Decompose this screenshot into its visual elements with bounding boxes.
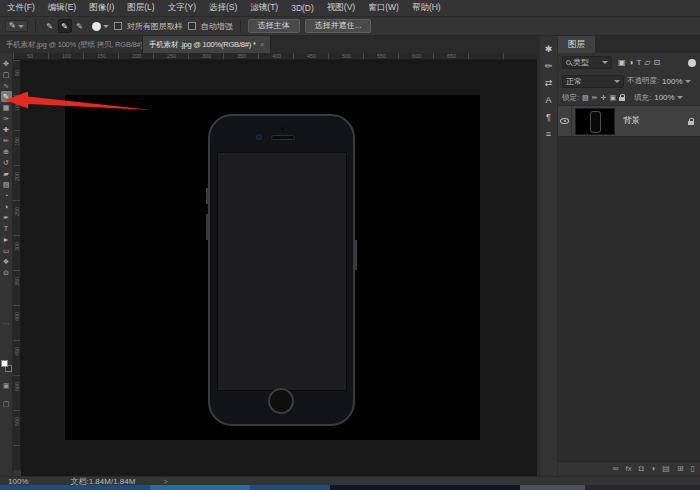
eye-icon [560,118,569,124]
menu-item[interactable]: 窗口(W) [368,2,399,14]
close-icon[interactable]: × [260,40,264,49]
quick-mask-icon[interactable]: ▣ [3,382,10,390]
ruler-label: 200 [14,172,20,181]
history-brush-tool[interactable]: ↺ [1,157,12,168]
panel-tab-bar: 图层 [558,36,700,53]
move-tool[interactable]: ✥ [1,58,12,69]
ruler-label: 250 [167,53,176,59]
subtract-from-selection-mode[interactable]: ✎ [73,19,87,33]
delete-layer-icon[interactable]: ▯ [691,465,695,473]
sample-all-layers-checkbox[interactable] [114,22,122,30]
document-tab-inactive[interactable]: 手机素材.jpg @ 100% (壁纸 拷贝, RGB/8#) * × [0,36,143,53]
more-tools-icon[interactable]: ⋯ [3,320,10,328]
menu-item[interactable]: 3D(D) [291,3,314,13]
document-tab-active[interactable]: 手机素材 .jpg @ 100%(RGB/8#) * × [143,36,271,53]
clone-stamp-tool[interactable]: ⊕ [1,146,12,157]
brush-tool[interactable]: ✏ [1,135,12,146]
lock-image-pixels-icon[interactable]: ✏ [592,94,598,101]
new-layer-icon[interactable]: ⊞ [677,465,684,473]
eraser-tool[interactable]: ▰ [1,168,12,179]
eyedropper-tool[interactable]: ✑ [1,113,12,124]
menu-item[interactable]: 文字(Y) [168,2,196,14]
blur-tool[interactable]: ◔ [1,190,12,201]
select-and-mask-button[interactable]: 选择并遮住... [305,19,372,33]
gradient-tool[interactable]: ▨ [1,179,12,190]
menu-item[interactable]: 帮助(H) [412,2,441,14]
layer-thumbnail[interactable] [575,108,615,135]
auto-enhance-checkbox[interactable] [188,22,196,30]
lasso-tool[interactable]: ∿ [1,80,12,91]
brushes-panel-icon[interactable]: ✏ [545,62,553,71]
filter-pixel-layers-icon[interactable]: ▣ [618,59,626,67]
rectangular-marquee-tool[interactable]: ▢ [1,69,12,80]
menu-item[interactable]: 视图(V) [327,2,355,14]
blend-mode-value: 正常 [566,76,582,87]
phone-image-screen [217,152,347,391]
blend-mode-select[interactable]: 正常 [562,75,624,88]
ruler-label: 250 [14,207,20,216]
ruler-label: 450 [14,347,20,356]
tool-preset-picker[interactable]: ✎ [5,20,28,32]
document-tab-label: 手机素材.jpg @ 100% (壁纸 拷贝, RGB/8#) * [6,40,143,50]
layer-name[interactable]: 背景 [623,115,640,127]
brush-settings-panel-icon[interactable]: ✱ [545,45,553,54]
layers-panel-bottom-bar: ∞fx◘◑▤⊞▯ [558,461,700,476]
path-selection-tool[interactable]: ► [1,234,12,245]
layer-row-background[interactable]: 背景 [558,106,700,137]
lock-position-icon[interactable]: ✛ [601,94,607,101]
foreground-color-swatch[interactable] [1,360,8,367]
layer-effects-icon[interactable]: fx [625,465,631,473]
ruler-label: 650 [447,53,456,59]
lock-transparent-pixels-icon[interactable]: ▨ [582,94,589,101]
layers-list-empty-area[interactable] [558,137,700,461]
menu-item[interactable]: 文件(F) [7,2,35,14]
menu-item[interactable]: 编辑(E) [48,2,76,14]
crop-tool[interactable]: ▦ [1,102,12,113]
status-options-chevron-icon[interactable]: > [163,478,167,485]
menu-bar: 文件(F)编辑(E)图像(I)图层(L)文字(Y)选择(S)滤镜(T)3D(D)… [0,0,700,17]
character-panel-icon[interactable]: A [545,96,551,105]
layers-panel-tab[interactable]: 图层 [558,36,595,53]
menu-item[interactable]: 图像(I) [89,2,114,14]
paragraph-panel-icon[interactable]: ¶ [546,113,551,122]
quick-selection-tool[interactable]: ✎ [1,91,12,102]
zoom-tool[interactable]: ⊙ [1,267,12,278]
vertical-ruler: 50100150200250300350400450500550 [13,60,21,470]
adjustment-layer-icon[interactable]: ◑ [650,465,655,473]
fill-value: 100% [654,93,674,102]
ruler-label: 550 [377,53,386,59]
rectangle-tool[interactable]: ▭ [1,245,12,256]
menu-item[interactable]: 图层(L) [127,2,154,14]
screen-mode-icon[interactable]: ▢ [3,400,10,408]
lock-artboard-icon[interactable]: ▣ [609,94,616,101]
phone-image-camera [256,134,262,140]
opacity-field[interactable]: 100% [662,77,690,86]
ruler-label: 500 [342,53,351,59]
lock-all-icon[interactable] [619,97,625,101]
filter-shape-layers-icon[interactable]: ▱ [644,59,650,67]
layer-visibility-cell[interactable] [558,106,572,136]
type-tool[interactable]: T [1,223,12,234]
layer-filter-type-select[interactable]: 类型 [562,56,612,69]
hand-tool[interactable]: ❖ [1,256,12,267]
brush-size-picker[interactable] [92,22,109,31]
menu-item[interactable]: 选择(S) [209,2,237,14]
paragraph-styles-panel-icon[interactable]: ≡ [546,130,551,139]
color-swatches[interactable] [1,360,12,372]
filter-adjustment-layers-icon[interactable]: ◑ [629,59,634,67]
spot-healing-brush-tool[interactable]: ✚ [1,124,12,135]
select-subject-button[interactable]: 选择主体 [248,19,300,33]
new-selection-mode[interactable]: ✎ [43,19,57,33]
fill-field[interactable]: 100% [654,93,682,102]
pen-tool[interactable]: ✒ [1,212,12,223]
layer-filter-toggle[interactable] [688,59,696,67]
swap-panels-icon[interactable]: ⇄ [545,79,553,88]
layer-group-icon[interactable]: ▤ [662,465,670,473]
dodge-tool[interactable]: ◑ [1,201,12,212]
layer-mask-icon[interactable]: ◘ [639,465,644,473]
link-layers-icon[interactable]: ∞ [613,465,619,473]
add-to-selection-mode[interactable]: ✎ [58,19,72,33]
filter-smart-objects-icon[interactable]: ⊡ [653,59,660,67]
filter-type-layers-icon[interactable]: T [636,59,641,67]
menu-item[interactable]: 滤镜(T) [250,2,278,14]
